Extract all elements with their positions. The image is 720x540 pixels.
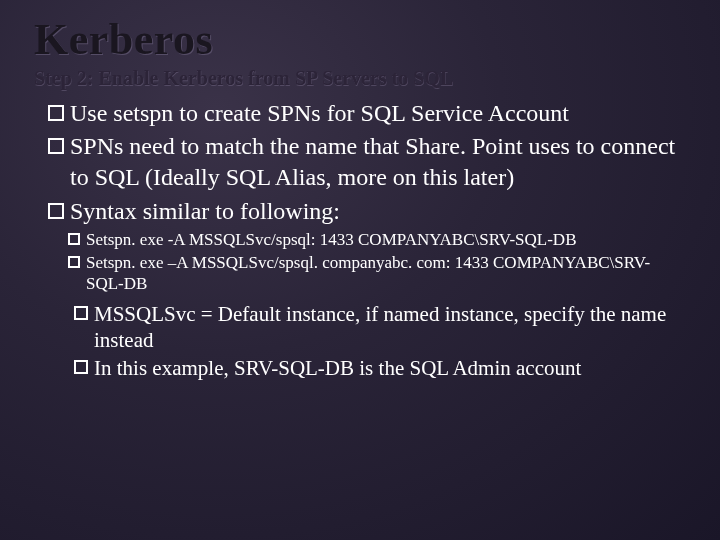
bullet-text: Setspn. exe –A MSSQLSvc/spsql. companyab…: [86, 252, 686, 295]
square-bullet-icon: [68, 233, 80, 245]
square-bullet-icon: [74, 306, 88, 320]
bullet-text: SPNs need to match the name that Share. …: [70, 131, 686, 193]
square-bullet-icon: [48, 203, 64, 219]
bullet-text: In this example, SRV-SQL-DB is the SQL A…: [94, 355, 581, 381]
square-bullet-icon: [48, 105, 64, 121]
list-item: SPNs need to match the name that Share. …: [48, 131, 686, 193]
bullet-list-level-3: Setspn. exe -A MSSQLSvc/spsql: 1433 COMP…: [34, 229, 686, 295]
square-bullet-icon: [74, 360, 88, 374]
bullet-list-level-2: MSSQLSvc = Default instance, if named in…: [34, 301, 686, 382]
bullet-text: Setspn. exe -A MSSQLSvc/spsql: 1433 COMP…: [86, 229, 576, 250]
bullet-text: Syntax similar to following:: [70, 196, 340, 227]
square-bullet-icon: [68, 256, 80, 268]
list-item: MSSQLSvc = Default instance, if named in…: [74, 301, 686, 354]
bullet-text: Use setspn to create SPNs for SQL Servic…: [70, 98, 569, 129]
bullet-text: MSSQLSvc = Default instance, if named in…: [94, 301, 686, 354]
list-item: Syntax similar to following:: [48, 196, 686, 227]
list-item: In this example, SRV-SQL-DB is the SQL A…: [74, 355, 686, 381]
slide-subtitle: Step 2: Enable Kerberos from SP Servers …: [34, 67, 686, 90]
slide-title: Kerberos: [34, 14, 686, 65]
square-bullet-icon: [48, 138, 64, 154]
bullet-list-level-1: Use setspn to create SPNs for SQL Servic…: [34, 98, 686, 227]
list-item: Use setspn to create SPNs for SQL Servic…: [48, 98, 686, 129]
list-item: Setspn. exe -A MSSQLSvc/spsql: 1433 COMP…: [68, 229, 686, 250]
list-item: Setspn. exe –A MSSQLSvc/spsql. companyab…: [68, 252, 686, 295]
